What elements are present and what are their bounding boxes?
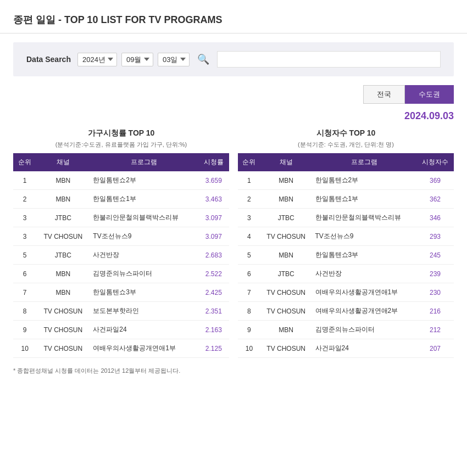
col-program2: 프로그램 — [312, 153, 416, 171]
cell-channel: MBN — [36, 171, 90, 190]
cell-rank: 1 — [238, 171, 260, 190]
cell-rank: 3 — [13, 227, 36, 246]
cell-value: 3.463 — [198, 190, 229, 209]
cell-program: 보도본부핫라인 — [90, 302, 198, 321]
table-row: 3 TV CHOSUN TV조선뉴스9 3.097 — [13, 227, 229, 246]
tables-container: 가구시청률 TOP 10 (분석기준:수도권, 유료플랫폼 가입 가구, 단위:… — [0, 128, 467, 358]
cell-program: 여배우의사생활공개연애2부 — [312, 302, 416, 321]
cell-rank: 8 — [13, 302, 36, 321]
cell-channel: MBN — [260, 321, 312, 339]
cell-channel: TV CHOSUN — [36, 227, 90, 246]
table2-head: 순위 채널 프로그램 시청자수 — [238, 153, 454, 171]
footnote: * 종합편성채널 시청률 데이터는 2012년 12월부터 제공됩니다. — [0, 358, 467, 379]
cell-rank: 2 — [13, 190, 36, 209]
cell-value: 212 — [416, 321, 454, 339]
table-row: 9 MBN 김명준의뉴스파이터 212 — [238, 321, 454, 339]
search-label: Data Search — [26, 55, 71, 64]
cell-value: 2.425 — [198, 283, 229, 302]
cell-channel: MBN — [36, 190, 90, 209]
cell-value: 369 — [416, 171, 454, 190]
table-row: 7 TV CHOSUN 여배우의사생활공개연애1부 230 — [238, 283, 454, 302]
cell-program: 여배우의사생활공개연애1부 — [312, 283, 416, 302]
cell-value: 207 — [416, 339, 454, 358]
table2: 순위 채널 프로그램 시청자수 1 MBN 한일톰텐쇼2부 369 2 MBN … — [238, 153, 454, 358]
cell-value: 239 — [416, 265, 454, 283]
cell-channel: MBN — [36, 283, 90, 302]
cell-program: 한일톰텐쇼3부 — [90, 283, 198, 302]
cell-rank: 6 — [238, 265, 260, 283]
cell-value: 2.351 — [198, 302, 229, 321]
cell-program: 한일톰텐쇼2부 — [90, 171, 198, 190]
cell-rank: 5 — [238, 246, 260, 265]
cell-program: TV조선뉴스9 — [90, 227, 198, 246]
col-channel1: 채널 — [36, 153, 90, 171]
table-row: 4 TV CHOSUN TV조선뉴스9 293 — [238, 227, 454, 246]
table-row: 2 MBN 한일톰텐쇼1부 362 — [238, 190, 454, 209]
cell-value: 346 — [416, 209, 454, 227]
table-row: 3 JTBC 한불리안문철의블랙박스리뷰 346 — [238, 209, 454, 227]
cell-program: 사건파일24 — [312, 339, 416, 358]
cell-value: 3.097 — [198, 227, 229, 246]
cell-channel: JTBC — [260, 209, 312, 227]
year-select[interactable]: 2024년 2023년 2022년 — [77, 53, 117, 66]
cell-value: 2.683 — [198, 246, 229, 265]
table-row: 9 TV CHOSUN 사건파일24 2.163 — [13, 321, 229, 339]
cell-program: 한불리안문철의블랙박스리뷰 — [312, 209, 416, 227]
cell-program: 김명준의뉴스파이터 — [90, 265, 198, 283]
cell-rank: 8 — [238, 302, 260, 321]
month-select[interactable]: 01월02월03월04월 05월06월07월08월 09월10월11월12월 — [121, 53, 153, 66]
table-row: 5 JTBC 사건반장 2.683 — [13, 246, 229, 265]
table2-title: 시청자수 TOP 10 — [238, 128, 454, 138]
cell-rank: 10 — [13, 339, 36, 358]
table1-section: 가구시청률 TOP 10 (분석기준:수도권, 유료플랫폼 가입 가구, 단위:… — [9, 128, 234, 358]
cell-value: 3.097 — [198, 209, 229, 227]
cell-channel: JTBC — [36, 209, 90, 227]
table-row: 1 MBN 한일톰텐쇼2부 3.659 — [13, 171, 229, 190]
cell-value: 362 — [416, 190, 454, 209]
filter-row: 전국 수도권 — [0, 85, 467, 104]
table-row: 3 JTBC 한불리안문철의블랙박스리뷰 3.097 — [13, 209, 229, 227]
cell-program: 한일톰텐쇼2부 — [312, 171, 416, 190]
nationwide-button[interactable]: 전국 — [363, 85, 405, 104]
search-button[interactable]: 🔍 — [194, 52, 213, 66]
day-select[interactable]: 01일02일03일04일 05일06일07일 — [158, 53, 190, 66]
table2-body: 1 MBN 한일톰텐쇼2부 369 2 MBN 한일톰텐쇼1부 362 3 JT… — [238, 171, 454, 358]
cell-channel: JTBC — [36, 246, 90, 265]
cell-value: 245 — [416, 246, 454, 265]
cell-value: 216 — [416, 302, 454, 321]
table1: 순위 채널 프로그램 시청률 1 MBN 한일톰텐쇼2부 3.659 2 MBN… — [13, 153, 229, 358]
cell-channel: TV CHOSUN — [260, 283, 312, 302]
cell-channel: TV CHOSUN — [36, 339, 90, 358]
table1-body: 1 MBN 한일톰텐쇼2부 3.659 2 MBN 한일톰텐쇼1부 3.463 … — [13, 171, 229, 358]
table-row: 1 MBN 한일톰텐쇼2부 369 — [238, 171, 454, 190]
cell-program: 한불리안문철의블랙박스리뷰 — [90, 209, 198, 227]
cell-rank: 5 — [13, 246, 36, 265]
table-row: 8 TV CHOSUN 여배우의사생활공개연애2부 216 — [238, 302, 454, 321]
cell-channel: MBN — [260, 171, 312, 190]
cell-program: 사건파일24 — [90, 321, 198, 339]
date-display: 2024.09.03 — [0, 108, 467, 128]
cell-value: 230 — [416, 283, 454, 302]
cell-rank: 4 — [238, 227, 260, 246]
cell-program: 여배우의사생활공개연애1부 — [90, 339, 198, 358]
cell-channel: TV CHOSUN — [260, 339, 312, 358]
table2-section: 시청자수 TOP 10 (분석기준: 수도권, 개인, 단위:천 명) 순위 채… — [234, 128, 458, 358]
cell-rank: 6 — [13, 265, 36, 283]
cell-program: 한일톰텐쇼1부 — [312, 190, 416, 209]
cell-value: 2.125 — [198, 339, 229, 358]
cell-rank: 7 — [13, 283, 36, 302]
cell-program: 한일톰텐쇼3부 — [312, 246, 416, 265]
cell-channel: JTBC — [260, 265, 312, 283]
cell-rank: 2 — [238, 190, 260, 209]
metro-button[interactable]: 수도권 — [405, 85, 454, 104]
col-viewers2: 시청자수 — [416, 153, 454, 171]
cell-rank: 1 — [13, 171, 36, 190]
cell-channel: MBN — [260, 246, 312, 265]
table-row: 10 TV CHOSUN 사건파일24 207 — [238, 339, 454, 358]
search-input[interactable] — [217, 51, 441, 68]
cell-rank: 7 — [238, 283, 260, 302]
col-rating1: 시청률 — [198, 153, 229, 171]
table1-subtitle: (분석기준:수도권, 유료플랫폼 가입 가구, 단위:%) — [13, 141, 229, 149]
cell-channel: TV CHOSUN — [36, 321, 90, 339]
cell-value: 2.163 — [198, 321, 229, 339]
